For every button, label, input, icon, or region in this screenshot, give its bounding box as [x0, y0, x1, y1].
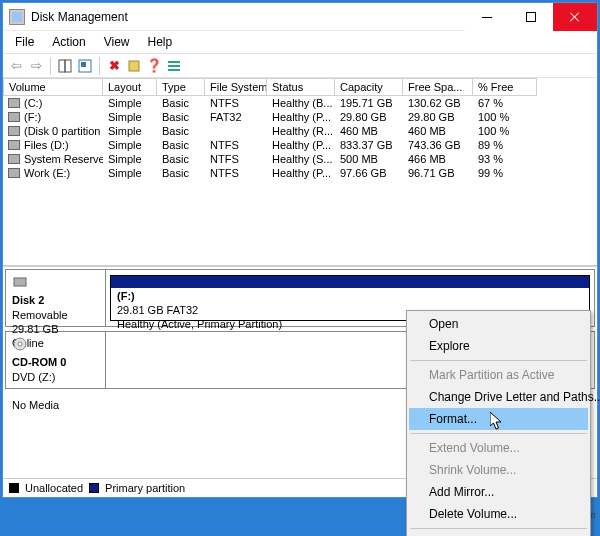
volume-layout: Simple: [103, 96, 157, 110]
volume-status: Healthy (P...: [267, 166, 335, 180]
context-menu-item[interactable]: Delete Volume...: [409, 503, 588, 525]
volume-row[interactable]: (F:)SimpleBasicFAT32Healthy (P...29.80 G…: [3, 110, 597, 124]
disk-subline: No Media: [12, 399, 59, 411]
context-menu-item[interactable]: Properties: [409, 532, 588, 536]
context-menu-item: Extend Volume...: [409, 437, 588, 459]
titlebar[interactable]: Disk Management: [3, 3, 597, 31]
context-menu-separator: [410, 528, 587, 529]
volume-layout: Simple: [103, 166, 157, 180]
svg-rect-7: [168, 69, 180, 71]
volume-free: 130.62 GB: [403, 96, 473, 110]
volume-layout: Simple: [103, 152, 157, 166]
window-controls: [465, 3, 597, 30]
toolbar: ⇦ ⇨ ✖ ❓: [3, 54, 597, 78]
col-volume[interactable]: Volume: [3, 78, 103, 96]
volume-name: (Disk 0 partition 2): [24, 125, 103, 137]
help-icon[interactable]: ❓: [145, 57, 163, 75]
volume-icon: [8, 140, 20, 150]
volume-icon: [8, 168, 20, 178]
volume-layout: Simple: [103, 124, 157, 138]
volume-icon: [8, 154, 20, 164]
volume-free: 466 MB: [403, 152, 473, 166]
col-capacity[interactable]: Capacity: [335, 78, 403, 96]
maximize-button[interactable]: [509, 3, 553, 31]
minimize-button[interactable]: [465, 3, 509, 31]
volume-icon: [8, 98, 20, 108]
svg-rect-1: [65, 60, 71, 72]
disk-label: CD-ROM 0DVD (Z:)No Media: [6, 332, 106, 388]
volume-capacity: 460 MB: [335, 124, 403, 138]
volume-row[interactable]: Work (E:)SimpleBasicNTFSHealthy (P...97.…: [3, 166, 597, 180]
svg-rect-8: [14, 278, 26, 286]
volume-free: 743.36 GB: [403, 138, 473, 152]
volume-capacity: 833.37 GB: [335, 138, 403, 152]
volume-list[interactable]: (C:)SimpleBasicNTFSHealthy (B...195.71 G…: [3, 96, 597, 266]
volume-status: Healthy (P...: [267, 110, 335, 124]
volume-fs: [205, 124, 267, 138]
menu-action[interactable]: Action: [44, 33, 93, 51]
volume-row[interactable]: (C:)SimpleBasicNTFSHealthy (B...195.71 G…: [3, 96, 597, 110]
refresh-icon[interactable]: [76, 57, 94, 75]
volume-pctfree: 93 %: [473, 152, 537, 166]
volume-icon: [8, 126, 20, 136]
disk-icon: [12, 274, 28, 290]
volume-row[interactable]: Files (D:)SimpleBasicNTFSHealthy (P...83…: [3, 138, 597, 152]
svg-point-10: [18, 342, 22, 346]
volume-type: Basic: [157, 96, 205, 110]
svg-rect-4: [129, 61, 139, 71]
context-menu-item[interactable]: Open: [409, 313, 588, 335]
context-menu-item[interactable]: Explore: [409, 335, 588, 357]
col-filesystem[interactable]: File System: [205, 78, 267, 96]
legend-primary: Primary partition: [105, 482, 185, 494]
volume-free: 29.80 GB: [403, 110, 473, 124]
volume-pctfree: 99 %: [473, 166, 537, 180]
delete-icon[interactable]: ✖: [105, 57, 123, 75]
menu-help[interactable]: Help: [140, 33, 181, 51]
volume-type: Basic: [157, 152, 205, 166]
menu-file[interactable]: File: [7, 33, 42, 51]
back-icon[interactable]: ⇦: [7, 57, 25, 75]
volume-pctfree: 67 %: [473, 96, 537, 110]
volume-status: Healthy (P...: [267, 138, 335, 152]
svg-rect-0: [59, 60, 65, 72]
volume-list-header: Volume Layout Type File System Status Ca…: [3, 78, 597, 96]
volume-row[interactable]: System ReservedSimpleBasicNTFSHealthy (S…: [3, 152, 597, 166]
col-status[interactable]: Status: [267, 78, 335, 96]
context-menu-separator: [410, 433, 587, 434]
toolbar-separator: [99, 57, 100, 75]
col-type[interactable]: Type: [157, 78, 205, 96]
list-icon[interactable]: [165, 57, 183, 75]
context-menu-item[interactable]: Add Mirror...: [409, 481, 588, 503]
col-layout[interactable]: Layout: [103, 78, 157, 96]
cdrom-icon: [12, 336, 28, 352]
show-hide-icon[interactable]: [56, 57, 74, 75]
toolbar-separator: [50, 57, 51, 75]
volume-row[interactable]: (Disk 0 partition 2)SimpleBasicHealthy (…: [3, 124, 597, 138]
properties-icon[interactable]: [125, 57, 143, 75]
partition-size: 29.81 GB FAT32: [117, 304, 198, 316]
volume-layout: Simple: [103, 110, 157, 124]
close-button[interactable]: [553, 3, 597, 31]
swatch-primary: [89, 483, 99, 493]
context-menu-item: Shrink Volume...: [409, 459, 588, 481]
volume-type: Basic: [157, 110, 205, 124]
disk-title: CD-ROM 0: [12, 356, 66, 368]
volume-free: 96.71 GB: [403, 166, 473, 180]
app-icon: [9, 9, 25, 25]
volume-capacity: 195.71 GB: [335, 96, 403, 110]
volume-status: Healthy (B...: [267, 96, 335, 110]
context-menu-item[interactable]: Change Drive Letter and Paths...: [409, 386, 588, 408]
partition-name: (F:): [117, 290, 135, 302]
disk-label: Disk 2Removable29.81 GBOnline: [6, 270, 106, 326]
partition-band: [111, 276, 589, 288]
col-pctfree[interactable]: % Free: [473, 78, 537, 96]
context-menu-separator: [410, 360, 587, 361]
volume-name: (F:): [24, 111, 41, 123]
volume-capacity: 97.66 GB: [335, 166, 403, 180]
forward-icon[interactable]: ⇨: [27, 57, 45, 75]
col-freespace[interactable]: Free Spa...: [403, 78, 473, 96]
menu-view[interactable]: View: [96, 33, 138, 51]
volume-capacity: 29.80 GB: [335, 110, 403, 124]
volume-name: (C:): [24, 97, 42, 109]
svg-rect-3: [81, 62, 86, 67]
